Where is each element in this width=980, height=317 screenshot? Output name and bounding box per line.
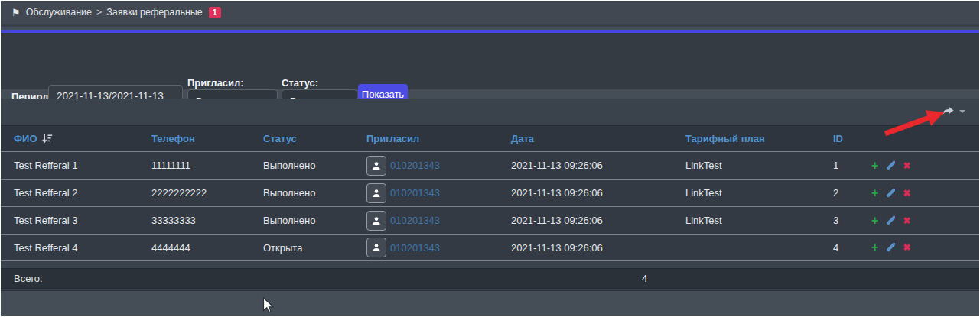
cell-id: 2 bbox=[833, 180, 838, 206]
cell-tariff: LinkTest bbox=[685, 180, 722, 206]
cell-status: Выполнено bbox=[263, 207, 315, 234]
breadcrumb: ⚑ Обслуживание > Заявки реферальные 1 bbox=[1, 1, 979, 27]
delete-icon[interactable]: ✖ bbox=[903, 188, 910, 199]
results-panel: ФИО Телефон Статус Пригласил bbox=[1, 99, 979, 291]
cell-id: 3 bbox=[833, 207, 838, 234]
add-icon[interactable]: + bbox=[871, 188, 878, 199]
notification-badge: 1 bbox=[209, 7, 221, 18]
edit-pencil-icon[interactable] bbox=[886, 189, 895, 198]
table-header-row: ФИО Телефон Статус Пригласил bbox=[1, 125, 979, 151]
row-actions: + ✖ bbox=[871, 235, 910, 260]
user-icon bbox=[372, 243, 381, 252]
breadcrumb-page[interactable]: Заявки реферальные bbox=[106, 7, 203, 18]
cell-date: 2021-11-13 09:26:06 bbox=[511, 180, 603, 206]
cell-date: 2021-11-13 09:26:06 bbox=[511, 235, 603, 260]
app-window: ⚑ Обслуживание > Заявки реферальные 1 Пе… bbox=[0, 0, 980, 317]
table-row: Test Refferal 1 11111111 Выполнено 01020… bbox=[1, 151, 979, 179]
flag-icon: ⚑ bbox=[11, 7, 21, 18]
add-icon[interactable]: + bbox=[871, 160, 878, 171]
add-icon[interactable]: + bbox=[871, 215, 878, 226]
invited-by-link[interactable]: 010201343 bbox=[390, 187, 440, 199]
cell-phone: 11111111 bbox=[151, 152, 190, 179]
cell-tariff: LinkTest bbox=[685, 207, 722, 234]
cell-invited: 010201343 bbox=[366, 207, 440, 234]
invited-filter-label: Пригласил: bbox=[187, 77, 244, 89]
cell-fio: Test Refferal 1 bbox=[14, 152, 78, 179]
share-export-icon bbox=[940, 105, 955, 117]
invited-by-link[interactable]: 010201343 bbox=[390, 160, 440, 171]
user-profile-button[interactable] bbox=[366, 238, 386, 257]
column-header-date[interactable]: Дата bbox=[511, 126, 534, 151]
total-label: Всего: bbox=[14, 269, 43, 288]
cell-fio: Test Refferal 3 bbox=[14, 207, 78, 234]
sort-amount-icon[interactable] bbox=[42, 134, 53, 144]
table-body: Test Refferal 1 11111111 Выполнено 01020… bbox=[1, 151, 979, 261]
user-icon bbox=[372, 216, 381, 225]
cell-invited: 010201343 bbox=[366, 235, 440, 260]
cell-fio: Test Refferal 4 bbox=[14, 235, 78, 260]
table-row: Test Refferal 4 4444444 Открыта 01020134… bbox=[1, 234, 979, 261]
table-footer-row: Всего: 4 bbox=[1, 268, 979, 289]
row-actions: + ✖ bbox=[871, 180, 910, 206]
edit-pencil-icon[interactable] bbox=[886, 243, 895, 252]
column-header-id[interactable]: ID bbox=[833, 126, 843, 151]
status-filter-label: Статус: bbox=[282, 77, 318, 89]
cell-status: Открыта bbox=[263, 235, 302, 260]
column-header-phone[interactable]: Телефон bbox=[151, 126, 195, 151]
total-value: 4 bbox=[642, 269, 647, 288]
cell-phone: 4444444 bbox=[151, 235, 190, 260]
breadcrumb-section[interactable]: Обслуживание bbox=[26, 7, 92, 18]
edit-pencil-icon[interactable] bbox=[886, 216, 895, 225]
row-actions: + ✖ bbox=[871, 152, 910, 179]
cell-phone: 2222222222 bbox=[151, 180, 207, 206]
invited-by-link[interactable]: 010201343 bbox=[390, 215, 440, 226]
row-actions: + ✖ bbox=[871, 207, 910, 234]
cell-status: Выполнено bbox=[263, 152, 315, 179]
user-icon bbox=[372, 189, 381, 198]
chevron-down-icon[interactable] bbox=[959, 110, 965, 113]
column-header-fio[interactable]: ФИО bbox=[14, 126, 53, 151]
delete-icon[interactable]: ✖ bbox=[903, 215, 910, 226]
cell-id: 1 bbox=[833, 152, 838, 179]
add-icon[interactable]: + bbox=[871, 242, 878, 253]
breadcrumb-separator: > bbox=[96, 7, 102, 18]
delete-icon[interactable]: ✖ bbox=[903, 160, 910, 171]
user-profile-button[interactable] bbox=[366, 211, 386, 231]
cell-phone: 33333333 bbox=[151, 207, 196, 234]
filter-panel: Период: 2021-11-13/2021-11-13 Пригласил:… bbox=[1, 33, 979, 89]
export-button[interactable] bbox=[940, 105, 965, 117]
cell-date: 2021-11-13 09:26:06 bbox=[511, 207, 603, 234]
cell-tariff: LinkTest bbox=[685, 152, 722, 179]
column-header-status[interactable]: Статус bbox=[263, 126, 297, 151]
table-row: Test Refferal 3 33333333 Выполнено 01020… bbox=[1, 206, 979, 234]
delete-icon[interactable]: ✖ bbox=[903, 242, 910, 253]
cell-invited: 010201343 bbox=[366, 180, 440, 206]
cell-date: 2021-11-13 09:26:06 bbox=[511, 152, 603, 179]
column-header-tariff[interactable]: Тарифный план bbox=[685, 126, 765, 151]
user-icon bbox=[372, 161, 381, 170]
cell-id: 4 bbox=[833, 235, 838, 260]
table-row: Test Refferal 2 2222222222 Выполнено 010… bbox=[1, 179, 979, 206]
edit-pencil-icon[interactable] bbox=[886, 161, 895, 170]
cell-status: Выполнено bbox=[263, 180, 315, 206]
cell-fio: Test Refferal 2 bbox=[14, 180, 78, 206]
column-header-invited[interactable]: Пригласил bbox=[366, 126, 419, 151]
invited-by-link[interactable]: 010201343 bbox=[390, 242, 440, 254]
user-profile-button[interactable] bbox=[366, 156, 386, 176]
mouse-cursor bbox=[262, 297, 275, 314]
cell-invited: 010201343 bbox=[366, 152, 440, 179]
user-profile-button[interactable] bbox=[366, 183, 386, 203]
